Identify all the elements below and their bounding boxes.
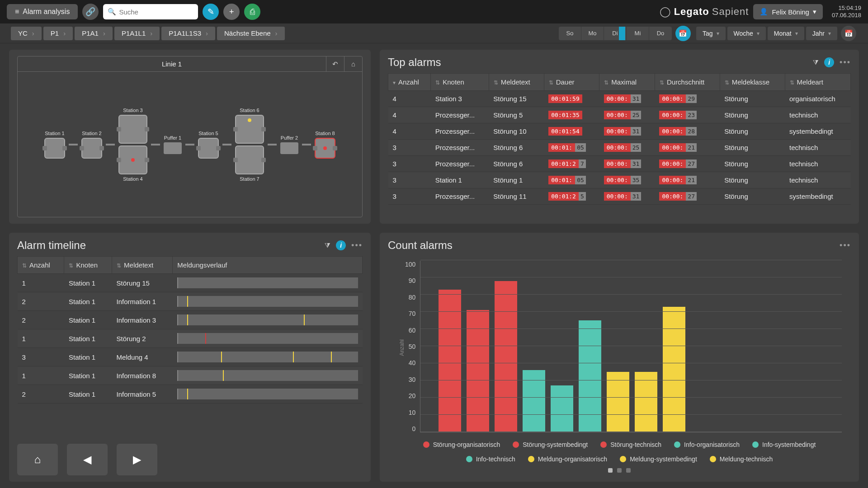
link-button[interactable]: 🔗: [82, 4, 99, 20]
pager-dot[interactable]: [617, 468, 622, 473]
column-header[interactable]: ⇅Anzahl: [18, 257, 64, 274]
range-button[interactable]: Tag▾: [696, 27, 726, 40]
station-node[interactable]: [44, 138, 65, 159]
chart-bar[interactable]: [439, 290, 461, 432]
station-node[interactable]: [118, 145, 147, 174]
range-button[interactable]: Monat▾: [768, 27, 804, 40]
legend-item[interactable]: Störung-technisch: [600, 441, 661, 448]
more-icon[interactable]: •••: [840, 58, 851, 67]
nav-home-button[interactable]: ⌂: [17, 444, 58, 475]
more-icon[interactable]: •••: [840, 241, 851, 250]
chart-bar[interactable]: [607, 372, 629, 432]
legend-item[interactable]: Störung-organisatorisch: [423, 441, 500, 448]
filter-icon[interactable]: ⧩: [325, 241, 330, 249]
puffer-node[interactable]: [164, 142, 182, 154]
column-header[interactable]: Meldungsverlauf: [173, 257, 363, 274]
pager-dot[interactable]: [626, 468, 631, 473]
table-row[interactable]: 1Station 1Information 8: [18, 366, 363, 385]
table-row[interactable]: 4Prozessger...Störung 1000:01:5400:00:31…: [388, 123, 851, 140]
chart-bar[interactable]: [523, 370, 545, 432]
table-row[interactable]: 1Station 1Störung 2: [18, 329, 363, 348]
day-button[interactable]: Mi: [627, 27, 649, 40]
column-header[interactable]: ⇅Meldeklasse: [720, 74, 785, 91]
column-header[interactable]: ▾Anzahl: [388, 74, 431, 91]
legend-item[interactable]: Meldung-systembedingt: [620, 455, 697, 463]
day-button[interactable]: Mo: [581, 27, 604, 40]
column-header[interactable]: ⇅Meldetext: [112, 257, 173, 274]
search-box[interactable]: 🔍: [103, 4, 198, 19]
column-header[interactable]: ⇅Durchschnitt: [655, 74, 720, 91]
station-node[interactable]: [81, 138, 102, 159]
chart-bar[interactable]: [663, 307, 685, 432]
breadcrumb-item[interactable]: P1A1L1S3›: [161, 27, 215, 40]
count-alarms-title: Count alarms: [388, 239, 453, 252]
chart-bar[interactable]: [635, 372, 657, 432]
day-selector: SoMoDiMiDo: [559, 27, 672, 40]
table-row[interactable]: 2Station 1Information 5: [18, 385, 363, 404]
breadcrumb-item[interactable]: P1A1L1›: [114, 27, 160, 40]
breadcrumb-item[interactable]: P1›: [43, 27, 73, 40]
table-row[interactable]: 4Station 3Störung 1500:01:5900:00:3100:0…: [388, 91, 851, 107]
legend-item[interactable]: Info-technisch: [466, 455, 515, 463]
legend-item[interactable]: Info-systembedingt: [752, 441, 816, 448]
user-menu[interactable]: 👤 Felix Böning ▾: [753, 4, 823, 19]
info-icon[interactable]: i: [336, 240, 346, 250]
legend-item[interactable]: Störung-systembedingt: [513, 441, 588, 448]
undo-button[interactable]: ↶: [326, 56, 344, 72]
breadcrumb-next[interactable]: Nächste Ebene›: [217, 27, 285, 40]
page-title-button[interactable]: ≡ Alarm analysis: [7, 4, 78, 19]
station-node[interactable]: [118, 115, 147, 144]
day-button[interactable]: Di: [604, 27, 627, 40]
range-button[interactable]: Jahr▾: [806, 27, 837, 40]
table-row[interactable]: 3Prozessger...Störung 600:01:0500:00:250…: [388, 140, 851, 156]
station-node[interactable]: [235, 145, 264, 174]
table-row[interactable]: 1Station 1Störung 15: [18, 274, 363, 292]
legend-item[interactable]: Info-organisatorisch: [674, 441, 740, 448]
home-button[interactable]: ⌂: [344, 56, 362, 72]
column-header[interactable]: ⇅Meldeart: [785, 74, 851, 91]
station-node[interactable]: [235, 115, 264, 144]
table-row[interactable]: 2Station 1Information 1: [18, 292, 363, 311]
pager-dot[interactable]: [608, 468, 613, 473]
chart-plot[interactable]: [420, 261, 842, 432]
station-node[interactable]: [198, 138, 219, 159]
column-header[interactable]: ⇅Knoten: [431, 74, 489, 91]
filter-icon[interactable]: ⧩: [813, 58, 819, 66]
edit-button[interactable]: ✎: [203, 4, 219, 20]
column-header[interactable]: ⇅Meldetext: [489, 74, 544, 91]
column-header[interactable]: ⇅Maximal: [599, 74, 655, 91]
column-header[interactable]: ⇅Dauer: [544, 74, 599, 91]
table-row[interactable]: 2Station 1Information 3: [18, 311, 363, 329]
line-diagram[interactable]: Station 1 Station 2 Station 3 Station 4 …: [18, 72, 362, 217]
range-button[interactable]: Woche▾: [727, 27, 766, 40]
add-button[interactable]: +: [223, 4, 240, 20]
print-button[interactable]: ⎙: [244, 4, 260, 20]
calendar-button[interactable]: 📅: [675, 26, 691, 41]
day-button[interactable]: So: [559, 27, 581, 40]
nav-next-button[interactable]: ▶: [117, 444, 157, 475]
info-icon[interactable]: i: [824, 57, 834, 67]
legend-item[interactable]: Meldung-technisch: [710, 455, 773, 463]
search-input[interactable]: [119, 8, 205, 16]
legend-label: Info-organisatorisch: [684, 441, 740, 448]
table-row[interactable]: 4Prozessger...Störung 500:01:3500:00:250…: [388, 107, 851, 123]
column-header[interactable]: ⇅Knoten: [64, 257, 112, 274]
chart-bar[interactable]: [551, 385, 573, 432]
more-icon[interactable]: •••: [351, 241, 363, 250]
table-row[interactable]: 3Station 1Störung 100:01:0500:00:3500:00…: [388, 172, 851, 188]
puffer-node[interactable]: [280, 142, 298, 154]
day-button[interactable]: Do: [649, 27, 672, 40]
chart-bar[interactable]: [495, 281, 517, 432]
breadcrumb-item[interactable]: YC›: [11, 27, 42, 40]
table-row[interactable]: 3Prozessger...Störung 600:01:2700:00:310…: [388, 156, 851, 172]
chart-bar[interactable]: [579, 320, 601, 432]
breadcrumb-item[interactable]: P1A1›: [75, 27, 113, 40]
legend-item[interactable]: Meldung-organisatorisch: [528, 455, 607, 463]
table-row[interactable]: 3Station 1Meldung 4: [18, 348, 363, 366]
table-row[interactable]: 3Prozessger...Störung 1100:01:2500:00:31…: [388, 188, 851, 205]
cell-maximal: 00:00:31: [599, 91, 655, 107]
chart-pager[interactable]: [388, 465, 851, 475]
nav-prev-button[interactable]: ◀: [67, 444, 108, 475]
station-node[interactable]: [315, 138, 335, 159]
calendar-button-2[interactable]: 📅: [841, 26, 856, 41]
